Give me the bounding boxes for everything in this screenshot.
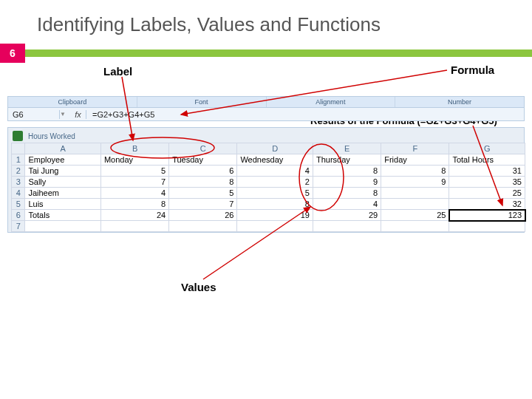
formula-input[interactable]: =G2+G3+G4+G5 <box>86 110 524 119</box>
table-row: 6 Totals 24 26 19 29 25 123 <box>12 210 525 221</box>
slide-title: Identifying Labels, Values and Functions <box>0 0 532 44</box>
cell[interactable]: 8 <box>169 177 237 188</box>
cell[interactable]: 8 <box>381 166 449 177</box>
row-header[interactable]: 1 <box>12 154 25 166</box>
cell[interactable] <box>313 221 381 232</box>
annotation-label: Label <box>103 65 132 78</box>
formula-bar: G6 ▼ fx =G2+G3+G4+G5 <box>7 108 525 121</box>
cell[interactable]: 31 <box>449 166 525 177</box>
row-header[interactable]: 3 <box>12 177 25 188</box>
cell[interactable]: 25 <box>449 188 525 199</box>
spreadsheet-grid[interactable]: A B C D E F G 1 Employee Monday Tuesday … <box>11 143 525 232</box>
cell[interactable] <box>381 221 449 232</box>
excel-screenshot: Clipboard Font Alignment Number G6 ▼ fx … <box>7 96 525 233</box>
cell[interactable]: Total Hours <box>449 154 525 166</box>
cell[interactable]: 35 <box>449 177 525 188</box>
cell[interactable]: Jaiheem <box>25 188 101 199</box>
col-header-c[interactable]: C <box>169 143 237 154</box>
cell[interactable]: 6 <box>169 166 237 177</box>
cell[interactable]: Wednesday <box>237 154 313 166</box>
cell[interactable]: 2 <box>237 177 313 188</box>
cell[interactable]: 8 <box>100 199 168 210</box>
name-box-dropdown-icon[interactable]: ▼ <box>60 111 70 117</box>
row-header[interactable]: 4 <box>12 188 25 199</box>
col-header-d[interactable]: D <box>237 143 313 154</box>
fx-icon[interactable]: fx <box>70 110 86 119</box>
ribbon-groups: Clipboard Font Alignment Number <box>7 96 525 108</box>
col-header-f[interactable]: F <box>381 143 449 154</box>
cell[interactable]: 29 <box>313 210 381 221</box>
cell[interactable]: Employee <box>25 154 101 166</box>
cell-selected[interactable]: 123 <box>449 210 525 221</box>
row-header[interactable]: 7 <box>12 221 25 232</box>
cell[interactable]: Totals <box>25 210 101 221</box>
table-row: 3 Sally 7 8 2 9 9 35 <box>12 177 525 188</box>
cell[interactable]: 8 <box>237 199 313 210</box>
accent-bar: 6 <box>0 44 532 63</box>
cell[interactable]: 5 <box>237 188 313 199</box>
cell[interactable] <box>381 199 449 210</box>
cell[interactable]: 25 <box>381 210 449 221</box>
cell[interactable]: Luis <box>25 199 101 210</box>
ribbon-group-number: Number <box>395 97 524 107</box>
cell[interactable]: 9 <box>381 177 449 188</box>
cell[interactable] <box>100 221 168 232</box>
cell[interactable]: 7 <box>100 177 168 188</box>
ribbon-group-clipboard: Clipboard <box>8 97 137 107</box>
cell[interactable]: 8 <box>313 166 381 177</box>
ribbon-group-alignment: Alignment <box>267 97 396 107</box>
col-header-b[interactable]: B <box>100 143 168 154</box>
table-row: 4 Jaiheem 4 5 5 8 25 <box>12 188 525 199</box>
cell[interactable]: Tuesday <box>169 154 237 166</box>
cell[interactable]: 26 <box>169 210 237 221</box>
cell[interactable]: 24 <box>100 210 168 221</box>
select-all-corner[interactable] <box>12 143 25 154</box>
cell[interactable]: Monday <box>100 154 168 166</box>
cell[interactable]: 9 <box>313 177 381 188</box>
workbook-title: Hours Worked <box>25 132 75 140</box>
row-header[interactable]: 5 <box>12 199 25 210</box>
annotation-formula: Formula <box>451 64 494 76</box>
cell[interactable] <box>381 188 449 199</box>
green-bar <box>25 50 532 57</box>
table-row: 7 <box>12 221 525 232</box>
workbook-window: Hours Worked A B C D E F G 1 Employee Mo… <box>7 127 525 233</box>
cell[interactable]: 19 <box>237 210 313 221</box>
cell[interactable] <box>25 221 101 232</box>
cell[interactable]: 4 <box>313 199 381 210</box>
table-row: 1 Employee Monday Tuesday Wednesday Thur… <box>12 154 525 166</box>
col-header-g[interactable]: G <box>449 143 525 154</box>
name-box[interactable]: G6 <box>8 110 60 119</box>
cell[interactable]: 8 <box>313 188 381 199</box>
cell[interactable]: 7 <box>169 199 237 210</box>
row-header[interactable]: 2 <box>12 166 25 177</box>
cell[interactable]: 4 <box>100 188 168 199</box>
cell[interactable]: 4 <box>237 166 313 177</box>
cell[interactable]: 5 <box>100 166 168 177</box>
cell[interactable] <box>449 221 525 232</box>
col-header-a[interactable]: A <box>25 143 101 154</box>
cell[interactable] <box>237 221 313 232</box>
table-row: 2 Tai Jung 5 6 4 8 8 31 <box>12 166 525 177</box>
cell[interactable]: 32 <box>449 199 525 210</box>
cell[interactable]: 5 <box>169 188 237 199</box>
cell[interactable] <box>169 221 237 232</box>
excel-file-icon <box>13 131 23 141</box>
cell[interactable]: Friday <box>381 154 449 166</box>
ribbon-group-font: Font <box>137 97 267 107</box>
cell[interactable]: Thursday <box>313 154 381 166</box>
table-row: 5 Luis 8 7 8 4 32 <box>12 199 525 210</box>
slide-number: 6 <box>0 44 25 63</box>
annotation-values: Values <box>181 281 216 293</box>
row-header[interactable]: 6 <box>12 210 25 221</box>
cell[interactable]: Tai Jung <box>25 166 101 177</box>
col-header-e[interactable]: E <box>313 143 381 154</box>
cell[interactable]: Sally <box>25 177 101 188</box>
